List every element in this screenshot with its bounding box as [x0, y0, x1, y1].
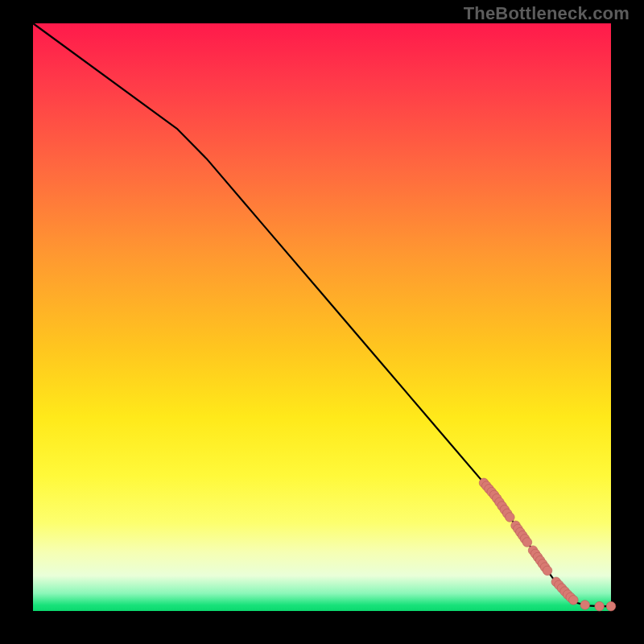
curve-line [33, 23, 611, 606]
marker-dot [506, 513, 515, 522]
marker-dot [595, 601, 605, 611]
marker-dot [580, 601, 590, 610]
marker-dot [569, 596, 579, 605]
chart-overlay-svg [33, 23, 611, 611]
chart-frame: TheBottleneck.com [0, 0, 644, 644]
marker-dot [543, 566, 552, 576]
marker-dot [606, 601, 616, 611]
marker-dot [522, 538, 532, 547]
curve-markers [479, 478, 616, 611]
watermark-text: TheBottleneck.com [464, 3, 630, 24]
